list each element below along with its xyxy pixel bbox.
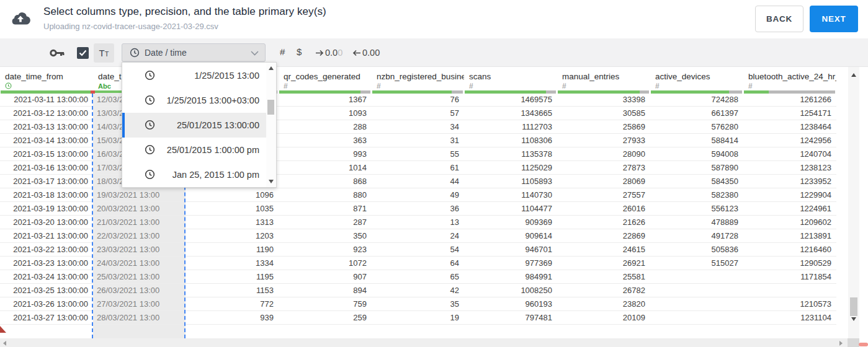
table-cell: 909369 — [464, 216, 557, 229]
table-cell: 907 — [279, 270, 372, 284]
table-column: qr_codes_generated#136710932883639931014… — [279, 67, 372, 338]
scroll-left-arrow[interactable] — [3, 341, 6, 346]
scroll-up-arrow[interactable] — [851, 73, 856, 77]
column-header[interactable]: bluetooth_active_24_hr_ — [743, 71, 836, 83]
number-type-mark: # — [377, 82, 381, 90]
column-header[interactable]: qr_codes_generated — [279, 71, 372, 83]
arrow-left-icon — [352, 48, 361, 58]
table-cell: 24 — [372, 229, 464, 243]
dropdown-options-list: 1/25/2015 13:001/25/2015 13:00+03:0025/0… — [122, 63, 266, 187]
header-bar: Select columns type, precision, and the … — [0, 0, 868, 38]
number-type-button[interactable]: # — [280, 46, 285, 57]
table-cell: 1469575 — [464, 93, 557, 107]
clock-icon — [145, 169, 155, 180]
table-cell: 1290529 — [743, 257, 836, 270]
increase-decimal-button[interactable]: 0.00 — [315, 48, 342, 58]
number-type-mark: # — [284, 82, 288, 90]
table-column: bluetooth_active_24_hr_#1261266125417112… — [743, 67, 836, 338]
table-cell — [743, 284, 836, 297]
table-cell: 576280 — [650, 120, 743, 134]
table-cell: 363 — [279, 134, 372, 147]
table-cell: 28/03/2021 13:00 — [93, 311, 186, 325]
table-cell: 22869 — [557, 229, 650, 243]
dropdown-option[interactable]: 1/25/2015 13:00+03:00 — [122, 88, 266, 113]
number-type-mark: # — [748, 82, 753, 90]
page-title: Select columns type, precision, and the … — [43, 6, 326, 18]
vertical-scrollbar[interactable] — [848, 67, 859, 338]
column-header[interactable]: nzbn_registered_busine — [372, 71, 464, 83]
table-cell: 584350 — [650, 175, 743, 188]
currency-type-button[interactable]: $ — [297, 46, 302, 57]
table-cell: 27933 — [557, 134, 650, 147]
dropdown-scroll-up-arrow[interactable] — [269, 66, 274, 70]
column-header[interactable]: active_devices — [650, 71, 743, 83]
table-cell — [650, 297, 743, 311]
table-cell: 984991 — [464, 270, 557, 284]
column-type-select[interactable]: Date / time — [122, 43, 266, 62]
dropdown-scrollbar[interactable] — [266, 63, 276, 187]
table-cell: 2021-03-20 13:00:00 — [0, 216, 93, 229]
table-cell: 2021-03-27 13:00:00 — [0, 311, 93, 325]
table-cell: 960193 — [464, 297, 557, 311]
table-cell: 64 — [372, 257, 464, 270]
table-cell: 1190 — [186, 243, 279, 257]
dropdown-scroll-down-arrow[interactable] — [269, 180, 274, 183]
dropdown-option-label: 1/25/2015 13:00+03:00 — [166, 88, 259, 113]
table-cell: 1072 — [279, 257, 372, 270]
table-cell: 13 — [372, 216, 464, 229]
back-button[interactable]: BACK — [755, 6, 803, 32]
table-cell: 1313 — [186, 216, 279, 229]
table-cell: 2021-03-14 13:00:00 — [0, 134, 93, 147]
table-cell: 57 — [372, 107, 464, 120]
dropdown-option[interactable]: 25/01/2015 1:00:00 pm — [122, 138, 266, 162]
table-cell: 894 — [279, 284, 372, 297]
selected-column-fill — [93, 325, 186, 338]
table-cell — [650, 311, 743, 325]
table-cell: 1238464 — [743, 120, 836, 134]
table-cell: 2021-03-15 13:00:00 — [0, 147, 93, 161]
dropdown-option[interactable]: 25/01/2015 13:00:00 — [122, 113, 266, 138]
table-column: manual_entries#3339830585258692793328090… — [557, 67, 650, 338]
table-cell: 26782 — [557, 284, 650, 297]
primary-key-icon[interactable] — [50, 48, 65, 60]
table-cell: 2021-03-17 13:00:00 — [0, 175, 93, 188]
next-button[interactable]: NEXT — [810, 6, 858, 32]
table-cell: 288 — [279, 120, 372, 134]
scroll-right-arrow[interactable] — [839, 341, 843, 346]
table-cell: 54 — [372, 243, 464, 257]
table-cell: 1014 — [279, 161, 372, 175]
table-cell: 26016 — [557, 202, 650, 216]
dropdown-scroll-thumb[interactable] — [267, 100, 274, 115]
table-cell: 1140730 — [464, 188, 557, 202]
horizontal-scrollbar[interactable] — [0, 338, 848, 347]
table-cell: 25/03/2021 13:00 — [93, 270, 186, 284]
include-column-checkbox[interactable] — [77, 47, 89, 59]
text-type-button[interactable]: TT — [94, 43, 114, 63]
column-header[interactable]: scans — [464, 71, 557, 83]
dropdown-option[interactable]: Jan 25, 2015 1:00 pm — [122, 162, 266, 187]
table-cell: 1343665 — [464, 107, 557, 120]
type-format-dropdown: 1/25/2015 13:001/25/2015 13:00+03:0025/0… — [122, 62, 277, 188]
outer-scrollbar-fragment — [859, 343, 868, 346]
decrease-decimal-button[interactable]: 0.00 — [352, 48, 380, 58]
table-cell: 724288 — [650, 93, 743, 107]
column-header[interactable]: date_time_from — [0, 71, 93, 83]
vertical-scroll-thumb[interactable] — [850, 297, 857, 316]
table-cell: 2021-03-12 13:00:00 — [0, 107, 93, 120]
table-cell: 21626 — [557, 216, 650, 229]
table-cell — [650, 270, 743, 284]
scroll-down-arrow[interactable] — [851, 317, 856, 321]
table-cell: 2021-03-16 13:00:00 — [0, 161, 93, 175]
table-cell: 594008 — [650, 147, 743, 161]
table-cell: 27873 — [557, 161, 650, 175]
table-cell: 588414 — [650, 134, 743, 147]
clock-icon — [145, 70, 155, 81]
table-cell: 259 — [279, 311, 372, 325]
column-header[interactable]: manual_entries — [557, 71, 650, 83]
arrow-right-icon — [315, 48, 324, 58]
table-cell: 1216460 — [743, 243, 836, 257]
table-cell: 30585 — [557, 107, 650, 120]
table-cell: 44 — [372, 175, 464, 188]
dropdown-option[interactable]: 1/25/2015 13:00 — [122, 63, 266, 88]
number-type-mark: # — [469, 82, 473, 90]
